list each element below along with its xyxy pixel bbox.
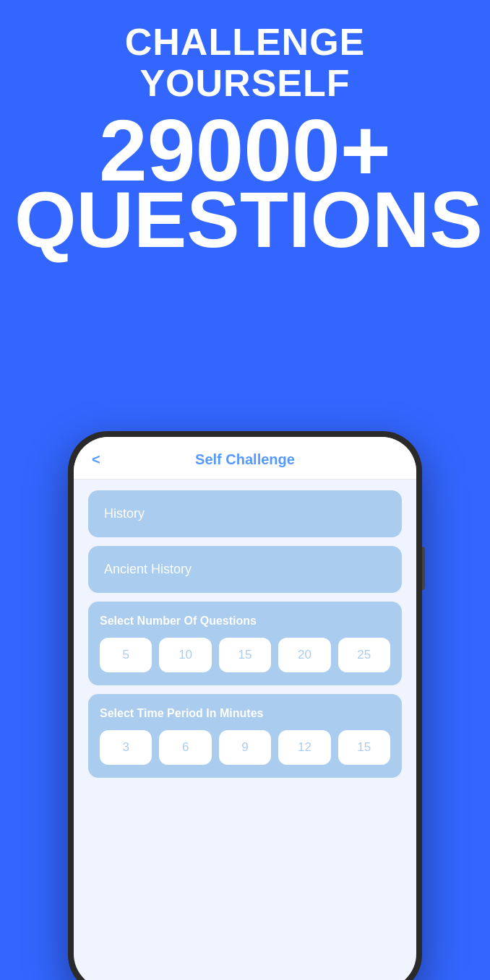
phone-container: < Self Challenge History Ancient History…	[68, 431, 422, 980]
questions-option-20[interactable]: 20	[278, 638, 330, 672]
questions-card: Select Number Of Questions 5 10 15 20 25	[88, 602, 402, 685]
time-card: Select Time Period In Minutes 3 6 9 12 1…	[88, 694, 402, 778]
history-category-button[interactable]: History	[88, 490, 402, 537]
time-option-12[interactable]: 12	[278, 730, 330, 765]
questions-option-5[interactable]: 5	[100, 638, 152, 672]
time-option-3[interactable]: 3	[100, 730, 152, 765]
phone-screen: < Self Challenge History Ancient History…	[74, 437, 416, 980]
time-option-6[interactable]: 6	[159, 730, 211, 765]
questions-option-10[interactable]: 10	[159, 638, 211, 672]
hero-section: CHALLENGE YOURSELF 29000+ QUESTIONS	[0, 0, 490, 258]
time-options-row: 3 6 9 12 15	[100, 730, 390, 765]
time-option-15[interactable]: 15	[338, 730, 390, 765]
ancient-history-category-button[interactable]: Ancient History	[88, 546, 402, 593]
questions-options-row: 5 10 15 20 25	[100, 638, 390, 672]
hero-title: CHALLENGE YOURSELF	[14, 22, 476, 104]
phone-outer: < Self Challenge History Ancient History…	[68, 431, 422, 980]
questions-label: QUESTIONS	[14, 182, 476, 258]
screen-content: History Ancient History Select Number Of…	[74, 480, 416, 980]
time-label: Select Time Period In Minutes	[100, 707, 390, 720]
back-button[interactable]: <	[92, 451, 100, 468]
questions-option-25[interactable]: 25	[338, 638, 390, 672]
screen-header: < Self Challenge	[74, 437, 416, 480]
screen-title: Self Challenge	[195, 451, 295, 468]
questions-option-15[interactable]: 15	[219, 638, 271, 672]
time-option-9[interactable]: 9	[219, 730, 271, 765]
questions-label: Select Number Of Questions	[100, 615, 390, 628]
